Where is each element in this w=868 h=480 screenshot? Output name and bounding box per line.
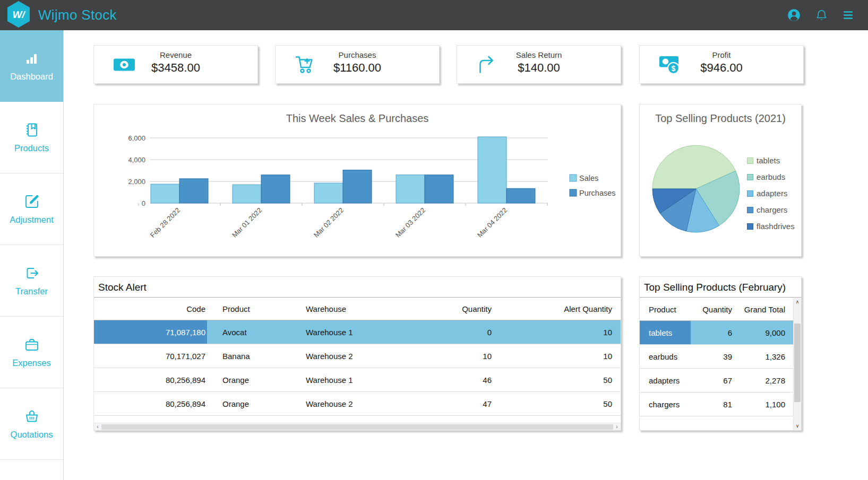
table-row[interactable]: chargers811,100 xyxy=(640,392,793,416)
sidebar-item-label: Adjustment xyxy=(10,215,54,225)
cell-grand-total[interactable]: 2,278 xyxy=(736,369,793,392)
cell-product[interactable]: tablets xyxy=(640,321,691,345)
stock-alert-title: Stock Alert xyxy=(94,277,621,298)
bar-purchases-mar-02-2022[interactable] xyxy=(343,170,372,203)
cell-quantity[interactable]: 10 xyxy=(427,344,499,368)
cell-warehouse[interactable]: Warehouse 2 xyxy=(297,344,427,368)
bar-purchases-mar-04-2022[interactable] xyxy=(506,188,535,203)
sidebar-item-quotations[interactable]: Quotations xyxy=(0,388,63,460)
column-header-quantity[interactable]: Quantity xyxy=(427,298,499,320)
notifications-icon[interactable] xyxy=(815,8,828,22)
y-axis-tick-label: 4,000 xyxy=(128,156,145,164)
cell-quantity[interactable]: 81 xyxy=(691,392,736,416)
menu-icon[interactable] xyxy=(842,9,854,21)
cell-quantity[interactable]: 47 xyxy=(427,392,499,416)
hscrollbar-thumb[interactable] xyxy=(101,424,613,430)
table-row-selected[interactable]: 71,087,180AvocatWarehouse 1010 xyxy=(94,320,621,344)
cell-grand-total[interactable]: 1,326 xyxy=(736,345,793,369)
sidebar-item-products[interactable]: Products xyxy=(0,102,63,173)
cell-warehouse[interactable]: Warehouse 1 xyxy=(297,368,427,392)
legend-swatch-sales xyxy=(570,174,577,181)
cell-grand-total[interactable]: 1,100 xyxy=(736,392,793,416)
stat-label: Purchases xyxy=(276,50,439,59)
legend-label-chargers: chargers xyxy=(757,205,787,214)
cell-grand-total[interactable]: 9,000 xyxy=(736,321,793,345)
bar-purchases-feb-28-2022[interactable] xyxy=(179,179,208,203)
horizontal-scrollbar[interactable]: ‹ › xyxy=(94,423,621,430)
bar-sales-mar-04-2022[interactable] xyxy=(478,137,506,203)
legend-swatch-adapters xyxy=(747,190,753,197)
column-header-grand-total[interactable]: Grand Total xyxy=(736,298,793,321)
cell-product[interactable]: earbuds xyxy=(640,345,691,369)
cell-warehouse[interactable]: Warehouse 1 xyxy=(297,320,427,344)
scroll-down-icon[interactable]: ∨ xyxy=(794,422,801,430)
cell-quantity[interactable]: 0 xyxy=(427,320,499,344)
user-icon[interactable] xyxy=(787,8,801,22)
scroll-right-icon[interactable]: › xyxy=(613,423,621,431)
cell-alert-quantity[interactable]: 10 xyxy=(499,320,621,344)
sidebar-item-transfer[interactable]: Transfer xyxy=(0,245,63,317)
column-header-product[interactable]: Product xyxy=(640,298,691,321)
cell-warehouse[interactable]: Warehouse 2 xyxy=(297,392,427,416)
bar-sales-mar-03-2022[interactable] xyxy=(396,175,425,203)
cell-code[interactable]: 70,171,027 xyxy=(94,344,207,368)
table-row[interactable]: 80,256,894OrangeWarehouse 14650 xyxy=(94,368,621,392)
grid-header-row: ProductQuantityGrand Total xyxy=(640,298,793,321)
cell-quantity[interactable]: 6 xyxy=(691,321,736,345)
column-header-code[interactable]: Code xyxy=(94,298,207,320)
bar-sales-feb-28-2022[interactable] xyxy=(151,184,179,203)
bar-sales-mar-01-2022[interactable] xyxy=(233,185,261,203)
scroll-up-icon[interactable]: ∧ xyxy=(794,298,801,306)
vertical-scrollbar[interactable]: ∧ ∨ xyxy=(793,298,801,430)
bar-purchases-mar-03-2022[interactable] xyxy=(425,175,453,203)
vscrollbar-thumb[interactable] xyxy=(794,324,801,402)
cell-product[interactable]: Orange xyxy=(207,392,297,416)
stat-value: $1160.00 xyxy=(276,61,439,75)
top-selling-2021-card: Top Selling Products (2021) tabletsearbu… xyxy=(639,104,802,257)
cell-code[interactable]: 80,256,894 xyxy=(94,368,207,392)
table-row[interactable]: adapters672,278 xyxy=(640,369,793,392)
cell-product[interactable]: chargers xyxy=(640,392,691,416)
stat-label: Sales Return xyxy=(457,50,621,59)
column-header-alert-quantity[interactable]: Alert Quantity xyxy=(499,298,621,320)
stat-text: Profit$946.00 xyxy=(640,50,803,75)
sidebar-item-dashboard[interactable]: Dashboard xyxy=(0,30,63,102)
table-row[interactable]: 70,171,027BananaWarehouse 21010 xyxy=(94,344,621,368)
cell-alert-quantity[interactable]: 10 xyxy=(499,344,621,368)
column-header-warehouse[interactable]: Warehouse xyxy=(297,298,427,320)
stat-text: Sales Return$140.00 xyxy=(457,50,621,75)
bar-sales-mar-02-2022[interactable] xyxy=(314,183,343,203)
cell-product[interactable]: Banana xyxy=(207,344,297,368)
cell-product[interactable]: Avocat xyxy=(207,320,297,344)
sidebar-item-label: Transfer xyxy=(15,286,48,296)
stat-card-sales-return: Sales Return$140.00 xyxy=(457,45,621,84)
pie-legend-item-tablets: tablets xyxy=(747,156,795,165)
bar-purchases-mar-01-2022[interactable] xyxy=(261,175,290,203)
briefcase-icon xyxy=(24,337,40,353)
column-header-quantity[interactable]: Quantity xyxy=(691,298,736,321)
sidebar-item-label: Quotations xyxy=(11,430,53,440)
top-selling-feb-body: ProductQuantityGrand Totaltablets69,000e… xyxy=(640,298,801,430)
cell-quantity[interactable]: 67 xyxy=(691,369,736,392)
cell-code[interactable]: 71,087,180 xyxy=(94,320,207,344)
stat-card-purchases: Purchases$1160.00 xyxy=(275,45,440,84)
table-row[interactable]: earbuds391,326 xyxy=(640,345,793,369)
cell-alert-quantity[interactable]: 50 xyxy=(499,392,621,416)
x-axis-category-label: Feb 28 2022 xyxy=(149,206,182,239)
y-axis-tick-label: 6,000 xyxy=(128,134,145,142)
app-root: W/ Wijmo Stock DashboardProductsAdjustme… xyxy=(0,0,868,480)
scroll-left-icon[interactable]: ‹ xyxy=(94,423,101,431)
table-row[interactable]: 80,256,894OrangeWarehouse 24750 xyxy=(94,392,621,416)
cell-quantity[interactable]: 39 xyxy=(691,345,736,369)
cell-product[interactable]: Orange xyxy=(207,368,297,392)
sidebar-item-expenses[interactable]: Expenses xyxy=(0,317,63,388)
sidebar-item-adjustment[interactable]: Adjustment xyxy=(0,173,63,245)
cell-code[interactable]: 80,256,894 xyxy=(94,392,207,416)
column-header-product[interactable]: Product xyxy=(207,298,297,320)
pie-legend-item-chargers: chargers xyxy=(747,205,795,214)
stat-card-revenue: Revenue$3458.00 xyxy=(93,45,258,84)
cell-quantity[interactable]: 46 xyxy=(427,368,499,392)
cell-alert-quantity[interactable]: 50 xyxy=(499,368,621,392)
cell-product[interactable]: adapters xyxy=(640,369,691,392)
table-row-selected[interactable]: tablets69,000 xyxy=(640,321,793,345)
